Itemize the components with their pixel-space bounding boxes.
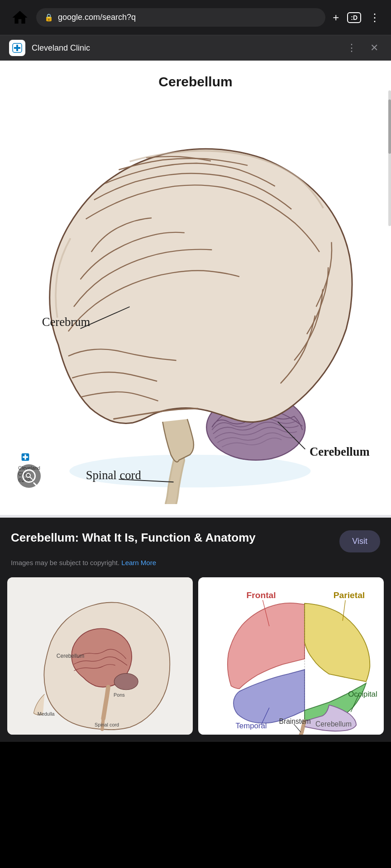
cerebrum-label: Cerebrum: [42, 315, 91, 329]
browser-actions: + :D ⋮: [333, 11, 380, 24]
svg-text:Cerebellum: Cerebellum: [315, 720, 352, 728]
tab-favicon: [9, 40, 25, 56]
svg-text:Spinal cord: Spinal cord: [95, 722, 119, 727]
svg-text:Frontal: Frontal: [246, 590, 276, 599]
browser-menu-button[interactable]: ⋮: [369, 11, 380, 24]
brain-diagram-svg: Cerebrum Cerebellum Spinal cord: [9, 99, 382, 504]
tab-options-button[interactable]: ⋮: [343, 40, 360, 56]
lens-icon: [22, 469, 36, 483]
scrollbar-thumb[interactable]: [388, 99, 391, 154]
related-brain-head-svg: Cerebellum Pons Medulla Spinal cord: [7, 577, 193, 735]
lock-icon: 🔒: [44, 13, 53, 22]
keyboard-shortcut-button[interactable]: :D: [347, 12, 361, 23]
svg-text:Parietal: Parietal: [334, 590, 365, 599]
new-tab-button[interactable]: +: [333, 11, 339, 24]
image-title: Cerebellum: [9, 74, 382, 90]
browser-chrome: 🔒 google.com/search?q + :D ⋮ Cleveland C…: [0, 0, 391, 61]
home-button[interactable]: [11, 9, 29, 27]
watermark-logo: [18, 450, 33, 464]
tab-bar: Cleveland Clinic ⋮ ✕: [0, 35, 391, 61]
svg-point-15: [114, 673, 138, 689]
svg-rect-11: [23, 456, 28, 458]
svg-text:Brainstem: Brainstem: [279, 717, 311, 725]
visit-button[interactable]: Visit: [339, 530, 380, 552]
scrollbar-track[interactable]: [388, 90, 391, 226]
related-brain-lobes-svg: Frontal Parietal Temporal Occipital Cere…: [198, 577, 384, 735]
cerebellum-label: Cerebellum: [310, 445, 370, 458]
related-image-2[interactable]: Frontal Parietal Temporal Occipital Cere…: [198, 577, 384, 735]
svg-line-13: [30, 477, 32, 479]
cleveland-clinic-logo: [12, 42, 23, 53]
copyright-notice: Images may be subject to copyright. Lear…: [11, 559, 380, 566]
lens-search-icon: [25, 472, 33, 480]
svg-text:Medulla: Medulla: [38, 711, 55, 717]
info-card: Cerebellum: What It Is, Function & Anato…: [0, 518, 391, 577]
home-icon: [11, 9, 29, 27]
address-text: google.com/search?q: [58, 13, 136, 22]
spinal-cord-label: Spinal cord: [86, 468, 141, 482]
svg-text:Pons: Pons: [114, 692, 125, 698]
info-card-title: Cerebellum: What It Is, Function & Anato…: [11, 530, 332, 546]
content-area: Cerebellum: [0, 61, 391, 742]
svg-text:Occipital: Occipital: [348, 690, 377, 698]
related-images-grid: Cerebellum Pons Medulla Spinal cord: [0, 577, 391, 742]
tab-title: Cleveland Clinic: [32, 43, 337, 53]
svg-rect-2: [14, 47, 20, 49]
learn-more-link[interactable]: Learn More: [121, 559, 156, 566]
brain-diagram-container[interactable]: Cerebrum Cerebellum Spinal cord Clevelan…: [9, 99, 382, 506]
info-card-row: Cerebellum: What It Is, Function & Anato…: [11, 530, 380, 552]
tab-close-button[interactable]: ✕: [367, 40, 382, 56]
browser-top-bar: 🔒 google.com/search?q + :D ⋮: [0, 0, 391, 35]
cc-watermark-icon: [21, 453, 30, 462]
related-image-1[interactable]: Cerebellum Pons Medulla Spinal cord: [7, 577, 193, 735]
svg-text:Cerebellum: Cerebellum: [57, 653, 84, 659]
google-lens-button[interactable]: [17, 464, 41, 488]
brain-image-card: Cerebellum: [0, 61, 391, 518]
address-bar[interactable]: 🔒 google.com/search?q: [36, 8, 325, 27]
